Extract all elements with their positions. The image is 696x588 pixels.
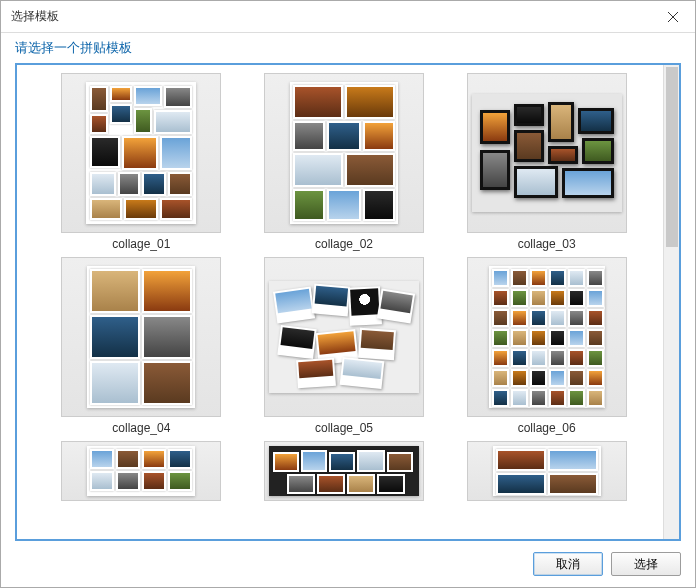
template-item-collage-05[interactable]: collage_05 [248,257,441,435]
scrollbar-thumb[interactable] [666,67,678,247]
template-label: collage_03 [518,237,576,251]
header-prompt-row: 请选择一个拼贴模板 [1,33,695,63]
vertical-scrollbar[interactable] [663,65,679,539]
template-grid: collage_01 [17,65,663,509]
close-button[interactable] [651,1,695,32]
template-item-collage-01[interactable]: collage_01 [45,73,238,251]
template-item-collage-03[interactable]: collage_03 [450,73,643,251]
template-label: collage_05 [315,421,373,435]
template-label: collage_06 [518,421,576,435]
template-item-collage-06[interactable]: collage_06 [450,257,643,435]
template-thumb [264,257,424,417]
template-thumb [61,257,221,417]
template-item-partial[interactable] [45,441,238,501]
header-prompt: 请选择一个拼贴模板 [15,39,132,57]
template-thumb [467,73,627,233]
content-outer: collage_01 [1,63,695,541]
template-label: collage_02 [315,237,373,251]
template-item-collage-04[interactable]: collage_04 [45,257,238,435]
titlebar: 选择模板 [1,1,695,33]
select-button[interactable]: 选择 [611,552,681,576]
template-item-collage-02[interactable]: collage_02 [248,73,441,251]
template-thumb [61,73,221,233]
template-thumb [61,441,221,501]
dialog-window: 选择模板 请选择一个拼贴模板 [0,0,696,588]
template-label: collage_01 [112,237,170,251]
template-item-partial[interactable] [450,441,643,501]
template-thumb [467,441,627,501]
template-thumb [264,73,424,233]
footer: 取消 选择 [1,541,695,587]
template-label: collage_04 [112,421,170,435]
close-icon [667,11,679,23]
cancel-button[interactable]: 取消 [533,552,603,576]
template-list-box: collage_01 [15,63,681,541]
template-thumb [467,257,627,417]
template-item-partial[interactable] [248,441,441,501]
window-title: 选择模板 [11,8,651,25]
template-thumb [264,441,424,501]
template-scroll-area: collage_01 [17,65,663,539]
